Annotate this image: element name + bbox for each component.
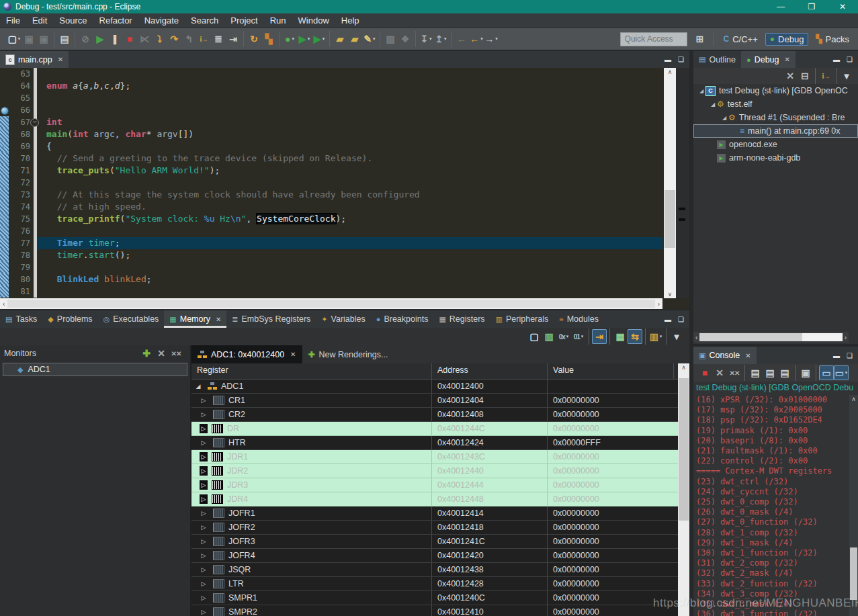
register-row-jofr3[interactable]: ▷JOFR30x4001241C0x00000000 — [191, 535, 678, 549]
pin-console-button[interactable]: ▭ — [819, 365, 834, 380]
menu-window[interactable]: Window — [292, 13, 335, 28]
dropdown-caret-icon[interactable]: ▾ — [323, 36, 325, 42]
ruler-annotation[interactable] — [679, 218, 685, 221]
minimize-button[interactable]: — — [765, 0, 796, 13]
skip-all-breakpoints-button[interactable]: ⊘ — [78, 32, 93, 46]
remove-all-memory-monitors-button[interactable]: ✕✕ — [169, 346, 183, 361]
debug-tree-item[interactable]: ≡main() at main.cpp:69 0x — [693, 124, 858, 138]
scroll-left-icon[interactable]: ‹ — [695, 334, 697, 341]
register-row-jofr2[interactable]: ▷JOFR20x400124180x00000000 — [191, 521, 678, 535]
register-row-jofr1[interactable]: ▷JOFR10x400124140x00000000 — [191, 507, 678, 521]
minimize-view-icon[interactable]: ▬ — [833, 352, 840, 359]
expander-icon[interactable]: ▷ — [198, 577, 209, 590]
editor-vscroll-thumb[interactable] — [664, 190, 675, 248]
code-line-81[interactable]: 81 — [0, 285, 662, 298]
tab-modules[interactable]: ≡Modules — [554, 310, 604, 328]
maximize-view-icon[interactable]: ❏ — [847, 56, 853, 63]
editor-vertical-scrollbar[interactable]: ∧ ∨ — [664, 68, 676, 298]
step-return-button[interactable]: ↰ — [181, 32, 196, 46]
menu-navigate[interactable]: Navigate — [138, 13, 185, 28]
close-tab-icon[interactable]: ✕ — [785, 56, 790, 63]
dropdown-caret-icon[interactable]: ▾ — [581, 334, 584, 339]
tab-main-cpp[interactable]: c main.cpp ✕ — [0, 51, 69, 68]
dropdown-caret-icon[interactable]: ▾ — [18, 36, 21, 42]
dropdown-caret-icon[interactable]: ▾ — [495, 36, 498, 42]
dropdown-caret-icon[interactable]: ▾ — [429, 36, 432, 42]
save-button[interactable]: ▣ — [22, 32, 36, 46]
tab-debug[interactable]: ●Debug✕ — [741, 51, 796, 68]
register-row-jdr3[interactable]: ▷JDR30x400124440x00000000 — [191, 478, 678, 492]
maximize-view-icon[interactable]: ❏ — [847, 352, 853, 359]
table-vscroll-thumb[interactable] — [679, 378, 689, 521]
table-vertical-scrollbar[interactable]: ∧ — [678, 363, 689, 616]
open-console-button[interactable]: ▣ — [798, 365, 813, 380]
rendering-tab-new-renderings-[interactable]: ✚New Renderings... — [302, 345, 394, 363]
peripheral-blocks-button[interactable]: ▚ — [261, 32, 276, 46]
register-row-jsqr[interactable]: ▷JSQR0x400124380x00000000 — [191, 563, 678, 577]
expander-icon[interactable]: ▷ — [198, 549, 209, 562]
console-vscroll-thumb[interactable] — [850, 547, 857, 600]
register-row-cr2[interactable]: ▷CR20x400124080x00000000 — [191, 408, 678, 422]
search-button[interactable]: ✎▾ — [362, 32, 377, 46]
editor-horizontal-scrollbar[interactable]: ‹ › — [0, 298, 662, 309]
code-line-78[interactable]: 78 timer.start(); — [0, 249, 662, 261]
minimize-view-icon[interactable]: ▬ — [833, 56, 840, 63]
run-button[interactable]: ▶▾ — [297, 32, 312, 46]
tab-console[interactable]: ▣Console✕ — [693, 347, 757, 364]
remove-all-terminated-launches-button[interactable]: ✕✕ — [727, 365, 742, 380]
tab-registers[interactable]: ▦Registers — [433, 310, 490, 328]
table-rendering-button[interactable]: ▦ — [613, 329, 628, 344]
menu-source[interactable]: Source — [53, 13, 93, 28]
add-memory-monitor-button[interactable]: ✚ — [139, 346, 154, 361]
register-row-jdr2[interactable]: ▷JDR20x400124400x00000000 — [191, 464, 678, 478]
debug-tree-item[interactable]: ◢Ctest Debug (st-link) [GDB OpenOC — [693, 84, 858, 97]
close-tab-icon[interactable]: ✕ — [58, 56, 63, 63]
split-panes-button[interactable]: ▥▾ — [648, 329, 663, 344]
resume-button[interactable]: ▶ — [93, 32, 108, 46]
close-tab-icon[interactable]: ✕ — [745, 352, 750, 359]
resume-at-line-button[interactable]: ⇥ — [226, 32, 241, 46]
register-row-jdr4[interactable]: ▷JDR40x400124480x00000000 — [191, 492, 678, 507]
tab-problems[interactable]: ◆Problems — [42, 310, 97, 328]
clear-console-button[interactable]: ▤ — [748, 365, 763, 380]
dropdown-caret-icon[interactable]: ▾ — [566, 334, 569, 339]
restore-button[interactable]: ❐ — [796, 0, 827, 13]
register-row-htr[interactable]: ▷HTR0x400124240x00000FFF — [191, 436, 678, 450]
code-line-70[interactable]: 70 // Send a greeting to the trace devic… — [0, 152, 662, 165]
instruction-stepping-mode-button[interactable]: i→ — [818, 69, 833, 83]
column-header-address[interactable]: Address — [432, 363, 548, 379]
tab-peripherals[interactable]: ▥Peripherals — [490, 310, 554, 328]
tab-outline[interactable]: ▤Outline — [693, 51, 741, 68]
ruler-annotation[interactable] — [679, 208, 685, 210]
dropdown-caret-icon[interactable]: ▾ — [373, 36, 376, 42]
expander-icon[interactable]: ▷ — [198, 605, 209, 616]
monitors-list[interactable]: ◆ADC1 — [0, 363, 190, 376]
column-header-value[interactable]: Value — [548, 363, 674, 379]
suspend-button[interactable]: ∥ — [108, 32, 122, 46]
code-line-79[interactable]: 79 — [0, 261, 662, 273]
menu-run[interactable]: Run — [264, 13, 292, 28]
debug-tree-item[interactable]: ◢⚙Thread #1 (Suspended : Bre — [693, 111, 858, 124]
quick-access-input[interactable] — [620, 32, 687, 46]
open-perspective-button[interactable]: ⊞ — [693, 32, 707, 46]
terminate-button[interactable]: ■ — [122, 32, 137, 46]
menu-help[interactable]: Help — [335, 13, 366, 28]
debug-hscroll-thumb[interactable] — [699, 333, 802, 341]
minimize-editor-icon[interactable]: ▬ — [664, 56, 671, 63]
expander-icon[interactable]: ▷ — [200, 480, 208, 490]
expander-icon[interactable]: ◢ — [193, 380, 204, 393]
maximize-editor-icon[interactable]: ❏ — [678, 56, 684, 63]
tab-breakpoints[interactable]: ●Breakpoints — [371, 310, 434, 328]
debug-button[interactable]: ●▾ — [282, 32, 297, 46]
dropdown-caret-icon[interactable]: ▾ — [444, 36, 447, 42]
fold-collapse-icon[interactable]: − — [30, 118, 39, 127]
debug-tree-item[interactable]: ▶arm-none-eabi-gdb — [693, 151, 858, 165]
expander-icon[interactable]: ▷ — [198, 436, 209, 449]
view-menu-button[interactable]: ▾ — [839, 69, 854, 83]
code-line-74[interactable]: 74 // at high speed. — [0, 201, 662, 213]
code-line-67[interactable]: 67−int — [0, 116, 662, 128]
perspective-c/c++[interactable]: CC/C++ — [719, 33, 763, 46]
debug-horizontal-scrollbar[interactable]: ‹ › — [693, 332, 849, 343]
expander-icon[interactable]: ▷ — [198, 521, 209, 534]
expander-icon[interactable]: ▷ — [198, 394, 209, 407]
